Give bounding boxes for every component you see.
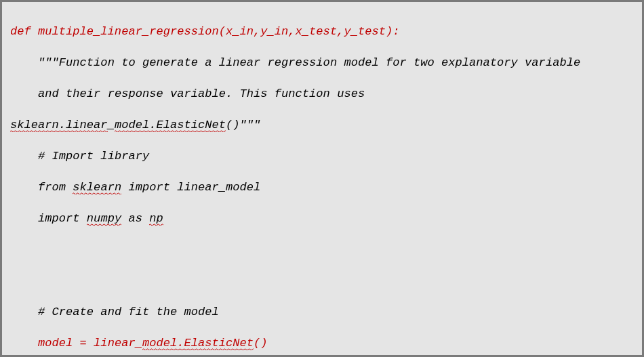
code-line: from sklearn import linear_model [10, 180, 634, 195]
code-line: """Function to generate a linear regress… [10, 55, 634, 70]
blank-line [10, 242, 634, 257]
code-line: def multiple_linear_regression(x_in,y_in… [10, 24, 634, 39]
blank-line [10, 273, 634, 289]
code-block: def multiple_linear_regression(x_in,y_in… [0, 0, 644, 357]
code-line: sklearn.linear_model.ElasticNet()""" [10, 117, 634, 133]
code-line: model = linear_model.ElasticNet() [10, 335, 634, 351]
code-line: # Import library [10, 148, 634, 164]
code-line: # Create and fit the model [10, 304, 634, 320]
code-line: import numpy as np [10, 211, 634, 226]
code-line: and their response variable. This functi… [10, 86, 634, 102]
